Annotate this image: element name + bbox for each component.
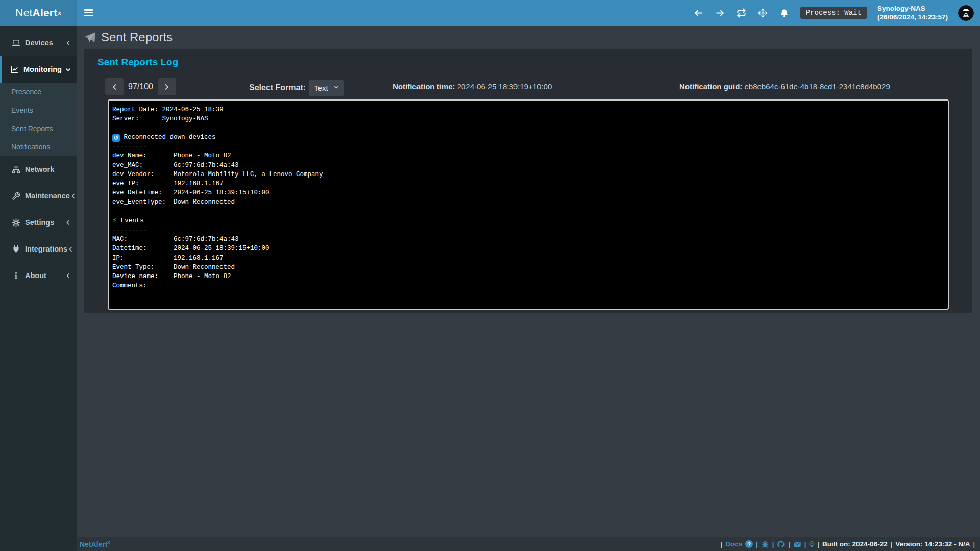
sent-reports-panel: Sent Reports Log 97/100 Select Format: T… [84,49,972,313]
submenu-label: Notifications [11,143,50,151]
page-title: Sent Reports [101,30,173,44]
bolt-icon: ⚡ [112,216,117,225]
server-info: Synology-NAS (26/06/2024, 14:23:57) [877,4,948,21]
copyright-icon[interactable]: © [809,540,814,548]
notification-time: Notification time: 2024-06-25 18:39:19+1… [393,82,552,91]
app-logo[interactable]: NetAlertx [0,0,77,26]
monitoring-submenu: Presence Events Sent Reports Notificatio… [0,83,77,156]
separator: | [804,540,806,548]
sidebar-item-label: About [25,271,65,280]
separator: | [818,540,820,548]
sitemap-icon [12,165,20,174]
notifications-bell-icon[interactable] [779,7,790,18]
controls-row: 97/100 Select Format: Text Notification … [92,68,964,99]
format-select[interactable]: Text [309,80,344,96]
format-group: Select Format: Text [249,80,344,96]
report-line: Server: Synology-NAS [112,114,944,123]
report-line: Datetime: 2024-06-25 18:39:15+10:00 [112,244,944,253]
sidebar-item-presence[interactable]: Presence [0,83,77,101]
report-text[interactable]: Report Date: 2024-06-25 18:39Server: Syn… [108,99,949,310]
separator: | [756,540,758,548]
submenu-label: Sent Reports [11,124,53,133]
prev-report-button[interactable] [105,78,124,95]
gear-icon [12,218,20,227]
sidebar-item-network[interactable]: Network [0,156,77,183]
sidebar-item-label: Settings [25,218,65,227]
laptop-icon [12,39,20,47]
notification-guid-value: eb8eb64c-61de-4b18-8cd1-2341e8d4b029 [744,82,890,91]
built-on-text: Built on: 2024-06-22 [822,540,888,548]
report-line: IP: 192.168.1.167 [112,254,944,263]
report-line: eve_MAC: 6c:97:6d:7b:4a:43 [112,161,944,170]
footer-brand-link[interactable]: NetAlertx [80,540,110,548]
sidebar-item-maintenance[interactable]: Maintenance [0,183,77,209]
back-icon[interactable] [693,7,704,18]
sidebar-item-label: Monitoring [23,65,65,73]
sidebar-item-settings[interactable]: Settings [0,209,77,236]
sidebar-item-label: Network [25,165,65,173]
sidebar-item-monitoring[interactable]: Monitoring [0,56,77,83]
brand-alert: Alert [33,7,58,19]
separator: | [772,540,774,548]
chevron-down-icon [65,66,71,73]
submenu-label: Presence [11,88,41,96]
sidebar-item-about[interactable]: About [0,262,77,289]
sidebar-item-label: Integrations [25,245,67,253]
next-report-button[interactable] [158,78,176,95]
chart-icon [10,65,19,74]
forward-icon[interactable] [715,7,726,18]
chevron-left-icon [65,40,71,46]
footer: NetAlertx | Docs ? | | | | © | Built on:… [77,537,980,551]
submenu-label: Events [11,106,33,114]
report-line [112,123,944,133]
brand-sup: x [58,10,61,16]
sidebar-item-label: Maintenance [25,192,70,200]
report-line: eve_EventType: Down Reconnected [112,197,944,207]
report-line: ⚡ Events [112,216,944,226]
user-avatar[interactable] [958,5,974,21]
notification-time-label: Notification time: [393,82,455,91]
separator: | [788,540,790,548]
server-timestamp: (26/06/2024, 14:23:57) [877,13,948,21]
report-line: dev_Vendor: Motorola Mobility LLC, a Len… [112,170,944,179]
wrench-icon [12,192,20,201]
version-text: Version: 14:23:32 - N/A [895,540,970,548]
sidebar-item-integrations[interactable]: Integrations [0,236,77,262]
reconnect-icon: ↺ [112,134,120,142]
email-icon[interactable] [793,540,801,548]
github-icon[interactable] [777,540,785,548]
paper-plane-icon [84,32,96,43]
chevron-left-icon [65,219,71,226]
report-line: Comments: [112,281,944,290]
refresh-icon[interactable] [736,7,747,18]
plug-icon [12,245,20,254]
help-question-icon[interactable]: ? [745,540,753,548]
process-status-badge: Process: Wait [800,7,867,19]
top-navbar: NetAlertx Process: Wait Synology-NAS (26 [0,0,980,26]
notification-guid-label: Notification guid: [679,82,742,91]
report-line: ↺ Reconnected down devices [112,133,944,142]
info-icon [12,271,20,280]
chevron-left-icon [70,193,77,199]
sidebar-item-notifications[interactable]: Notifications [0,138,77,156]
sidebar-item-events[interactable]: Events [0,101,77,119]
move-icon[interactable] [757,7,769,18]
separator: | [891,540,893,548]
page-indicator: 97/100 [128,82,153,91]
report-line [112,207,944,216]
content-area: Sent Reports Sent Reports Log 97/100 Sel… [77,26,980,537]
no-chevron [65,166,71,173]
separator: | [973,540,975,548]
separator: | [721,540,723,548]
sidebar-item-sent-reports[interactable]: Sent Reports [0,119,77,138]
chevron-left-icon [67,246,74,253]
bug-report-icon[interactable] [761,540,769,548]
sidebar-toggle-icon[interactable] [84,0,105,26]
server-name: Synology-NAS [877,4,948,13]
report-line: Device name: Phone - Moto 82 [112,272,944,281]
sidebar: Devices Monitoring Presence Events Sent … [0,26,77,551]
report-line: Event Type: Down Reconnected [112,263,944,272]
docs-link[interactable]: Docs [725,540,742,548]
pagination: 97/100 [105,78,176,95]
sidebar-item-devices[interactable]: Devices [0,30,77,56]
